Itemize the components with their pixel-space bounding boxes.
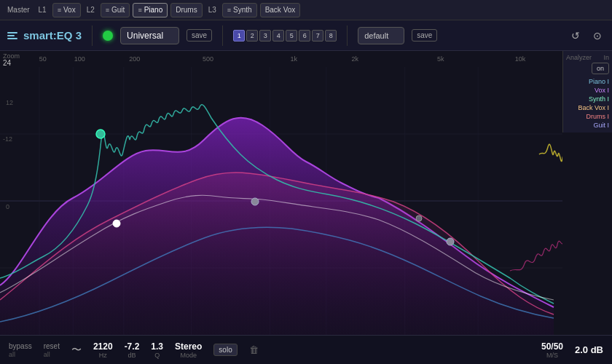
zoom-value: 24 [3,59,11,67]
synth-track-btn[interactable]: ≡ Synth [222,3,257,17]
channel-backvox: Back Vox I [566,103,609,112]
freq-5k: 5k [437,55,444,63]
band-btn-1[interactable]: 1 [233,30,245,41]
freq-200: 200 [129,55,140,63]
l1-label: L1 [36,6,50,14]
reset-group: reset all [44,342,60,358]
reset-sub: all [44,351,60,358]
gain-value: 2.0 dB [575,344,603,355]
freq-100: 100 [74,55,85,63]
gain-display: 2.0 dB [575,344,603,355]
default-select[interactable]: default [358,27,404,44]
mode-unit: Mode [180,352,197,359]
separator-1 [92,25,93,46]
svg-text:-12: -12 [3,135,12,143]
main-toolbar: smart:EQ 3 Universal save 1 2 3 4 5 6 7 … [0,20,612,51]
solo-btn[interactable]: solo [213,344,237,356]
analyzer-on-btn[interactable]: on [592,63,609,74]
backvox-track-btn[interactable]: Back Vox [260,3,301,17]
freq-500: 500 [203,55,213,63]
band-btn-4[interactable]: 4 [272,30,284,41]
redo-button[interactable]: ⊙ [590,28,605,43]
channel-drums: Drums I [566,112,609,121]
band-buttons-group: 1 2 3 4 5 6 7 8 [233,30,337,41]
app-title: smart:EQ 3 [23,29,82,41]
bypass-btn[interactable]: bypass [9,342,32,350]
freq-1k: 1k [290,55,297,63]
mode-value: Stereo [175,341,202,352]
svg-point-17 [447,238,454,245]
q-value: 1.3 [151,341,163,352]
lines-icon2: ≡ [106,7,109,14]
undo-button[interactable]: ↺ [568,28,583,43]
lines-icon: ≡ [58,7,61,14]
ratio-unit: M/S [546,352,558,359]
guit-track-btn[interactable]: ≡ Guit [101,3,130,17]
db-value: -7.2 [125,341,140,352]
eq-curves-svg: -12 0 12 [0,67,562,335]
band-btn-5[interactable]: 5 [286,30,297,41]
svg-text:0: 0 [6,203,9,210]
lines-icon3: ≡ [138,7,141,14]
channel-synth: Synth I [566,95,609,103]
in-label: In [603,54,609,61]
ratio-display: 50/50 M/S [541,341,563,359]
power-indicator[interactable] [103,31,113,41]
q-display: 1.3 Q [151,341,163,359]
separator-2 [222,25,223,46]
analyzer-panel: Analyzer In on Piano I Vox I Synth I Bac… [562,51,612,132]
freq-unit: Hz [99,352,107,359]
eq-area: Zoom 24 50 100 200 500 1k 2k 5k 10k -12 [0,51,612,335]
channel-list: Piano I Vox I Synth I Back Vox I Drums I… [566,77,609,130]
freq-50: 50 [39,55,47,63]
ratio-value: 50/50 [541,341,563,352]
channel-guit: Guit I [566,121,609,130]
waveform-icon: 〜 [71,344,82,357]
svg-point-14 [113,220,120,227]
save-button-1[interactable]: save [187,29,212,41]
freq-display: 2120 Hz [93,341,113,359]
drums-track-btn[interactable]: Drums [170,3,202,17]
lines-icon4: ≡ [227,7,231,14]
band-btn-3[interactable]: 3 [259,30,271,41]
db-unit: dB [128,352,136,359]
master-label: Master [4,6,33,14]
track-bar: Master L1 ≡ Vox L2 ≡ Guit ≡ Piano Drums … [0,0,612,20]
svg-point-15 [96,130,105,138]
bypass-group: bypass all [9,342,32,358]
l2-label: L2 [84,6,98,14]
band-btn-6[interactable]: 6 [299,30,310,41]
reset-btn[interactable]: reset [44,342,60,350]
freq-ruler: Zoom 24 50 100 200 500 1k 2k 5k 10k [0,51,612,67]
separator-3 [347,25,348,46]
channel-vox: Vox I [566,86,609,95]
profile-select[interactable]: Universal [120,27,179,44]
vox-track-btn[interactable]: ≡ Vox [52,3,81,17]
db-display: -7.2 dB [125,341,140,359]
svg-point-16 [251,198,259,205]
save-button-2[interactable]: save [412,29,437,41]
freq-10k: 10k [515,55,526,63]
analyzer-label: Analyzer [566,54,592,61]
freq-2k: 2k [351,55,358,63]
trash-icon[interactable]: 🗑 [249,344,259,355]
channel-piano: Piano I [566,77,609,86]
l3-label: L3 [205,6,219,14]
app-logo: smart:EQ 3 [7,29,82,41]
bypass-sub: all [9,351,32,358]
band-btn-2[interactable]: 2 [246,30,258,41]
band-btn-7[interactable]: 7 [312,30,323,41]
q-unit: Q [154,352,160,359]
piano-track-btn[interactable]: ≡ Piano [133,3,168,17]
svg-point-18 [416,215,422,221]
svg-text:12: 12 [6,99,13,106]
freq-value: 2120 [93,341,113,352]
band-btn-8[interactable]: 8 [325,30,337,41]
mode-display: Stereo Mode [175,341,202,359]
status-bar: bypass all reset all 〜 2120 Hz -7.2 dB 1… [0,335,612,364]
logo-lines-icon [7,32,17,39]
